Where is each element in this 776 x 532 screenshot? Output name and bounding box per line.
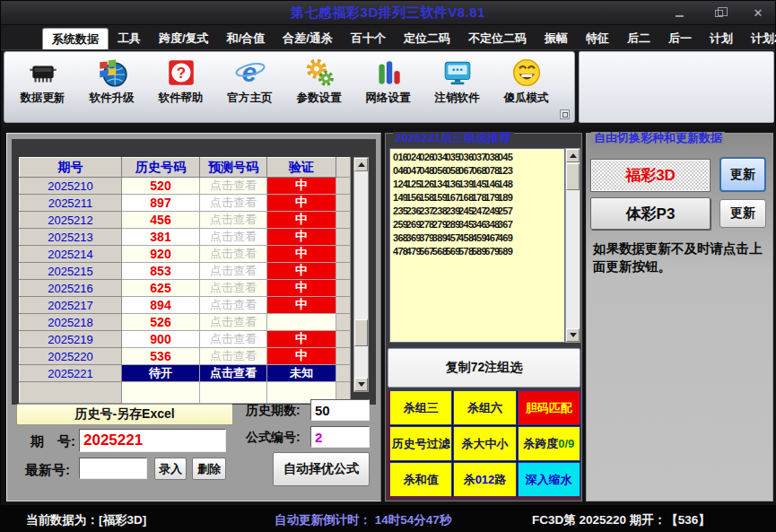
predict-link[interactable]: 点击查看 (200, 229, 267, 246)
minimize-icon (676, 15, 684, 17)
tab-7[interactable]: 不定位二码 (459, 28, 536, 49)
close-button[interactable]: ✕ (748, 5, 768, 22)
copy-72-button[interactable]: 复制72注组选 (388, 348, 580, 388)
tab-3[interactable]: 和/合值 (218, 28, 275, 49)
kill-group6-button[interactable]: 杀组六 (453, 390, 516, 425)
table-header-row: 期号历史号码预测号码验证 (20, 158, 351, 178)
scroll-up-icon[interactable] (354, 158, 368, 171)
recommend-panel: 2025221后三组选推荐 016 024 026 034 035 036 03… (385, 133, 582, 501)
close-icon: ✕ (754, 7, 763, 19)
table-row: 2025220536点击查看中 (20, 348, 351, 365)
period-input[interactable]: 2025221 (79, 429, 226, 452)
tab-10[interactable]: 后二 (618, 28, 659, 49)
kill-span-button[interactable]: 杀跨度0/9 (518, 426, 580, 461)
scroll-down-icon[interactable] (566, 328, 580, 342)
auto-formula-button[interactable]: 自动择优公式 (273, 452, 370, 486)
toolbar-filler (579, 51, 774, 123)
fc3d-button[interactable]: 福彩3D (590, 159, 711, 192)
predict-link[interactable]: 点击查看 (200, 348, 267, 365)
last-draw-status: FC3D第 2025220 期开：【536】 (532, 512, 711, 528)
toolbar-button-homepage-ie[interactable]: e官方主页 (215, 55, 284, 112)
table-row: 2025219900点击查看中 (20, 331, 351, 348)
predict-link[interactable]: 点击查看 (200, 195, 267, 212)
tab-1[interactable]: 工具 (109, 28, 150, 49)
tab-13[interactable]: 计划2 (742, 28, 776, 49)
window-controls: ✕ (669, 1, 768, 25)
update-note-text: 如果数据更新不及时请点击上面更新按钮。 (593, 240, 767, 276)
predict-link[interactable]: 点击查看 (200, 297, 267, 314)
tab-6[interactable]: 定位二码 (395, 28, 459, 49)
tab-12[interactable]: 计划 (701, 28, 742, 49)
toolbar-button-settings-gears[interactable]: 参数设置 (284, 55, 353, 112)
history-panel: 期号历史号码预测号码验证2025210520点击查看中2025211897点击查… (6, 133, 381, 501)
table-row: 2025215853点击查看中 (20, 263, 351, 280)
toolbar-row: 数据更新软件升级?软件帮助e官方主页参数设置网络设置注销软件傻瓜模式 (1, 50, 775, 127)
toolbar-button-help-question[interactable]: ?软件帮助 (146, 55, 215, 112)
deep-shrink-button[interactable]: 深入缩水 (518, 462, 580, 497)
toolbar-button-logout-monitor[interactable]: 注销软件 (423, 55, 492, 112)
update-tcp3-button[interactable]: 更新 (719, 199, 766, 228)
scrollbar-thumb[interactable] (354, 319, 368, 346)
scrollbar-thumb[interactable] (566, 163, 580, 190)
tab-2[interactable]: 跨度/复式 (150, 28, 218, 49)
predict-link[interactable]: 点击查看 (200, 280, 267, 297)
predict-link[interactable]: 点击查看 (200, 212, 267, 229)
settings-gears-icon (303, 57, 336, 89)
predict-link[interactable]: 点击查看 (200, 246, 267, 263)
tab-5[interactable]: 百十个 (342, 28, 395, 49)
tab-9[interactable]: 特征 (577, 28, 618, 49)
tcp3-button[interactable]: 体彩P3 (590, 197, 711, 230)
chip-icon (27, 57, 59, 89)
enter-button[interactable]: 录入 (154, 458, 187, 480)
kill-sum-button[interactable]: 杀和值 (389, 462, 452, 497)
table-row-empty (20, 382, 351, 404)
formula-no-input[interactable]: 2 (310, 426, 370, 448)
filter-button-grid: 杀组三杀组六胆码匹配历史号过滤杀大中小杀跨度0/9杀和值杀012路深入缩水 (388, 390, 580, 499)
tab-0[interactable]: 系统数据 (42, 28, 109, 49)
recommend-panel-title: 2025221后三组选推荐 (393, 132, 514, 144)
logout-monitor-icon (441, 57, 474, 89)
tab-4[interactable]: 合差/通杀 (274, 28, 342, 49)
predict-link[interactable]: 点击查看 (200, 365, 267, 382)
toolbar-band: 数据更新软件升级?软件帮助e官方主页参数设置网络设置注销软件傻瓜模式 (4, 51, 575, 123)
kill-group3-button[interactable]: 杀组三 (389, 390, 452, 425)
scroll-up-icon[interactable] (566, 149, 580, 162)
countdown-status: 自动更新倒计时： 14时54分47秒 (275, 512, 451, 528)
latest-number-input[interactable] (79, 458, 147, 479)
tab-8[interactable]: 振幅 (536, 28, 577, 49)
formula-no-label: 公式编号: (246, 430, 301, 446)
tab-11[interactable]: 后一 (659, 28, 701, 49)
predict-link[interactable]: 点击查看 (200, 314, 267, 331)
danma-match-button[interactable]: 胆码匹配 (518, 390, 580, 425)
kill-012-road-button[interactable]: 杀012路 (453, 462, 516, 497)
recommend-numbers-textarea[interactable]: 016 024 026 034 035 036 037 038 045 046 … (389, 148, 565, 343)
recommend-scrollbar[interactable] (565, 148, 580, 343)
title-bar: 第七感福彩3D排列三软件V8.81 ✕ (1, 1, 775, 25)
history-table-zone: 期号历史号码预测号码验证2025210520点击查看中2025211897点击查… (12, 139, 376, 405)
table-row-pending: 2025221待开点击查看未知 (20, 365, 351, 382)
latest-number-label: 最新号: (25, 462, 70, 479)
toolbar-button-network-bars[interactable]: 网络设置 (353, 55, 423, 112)
history-table: 期号历史号码预测号码验证2025210520点击查看中2025211897点击查… (19, 157, 351, 404)
export-excel-button[interactable]: 历史号-另存Excel (16, 404, 233, 425)
scroll-down-icon[interactable] (354, 378, 368, 391)
predict-link[interactable]: 点击查看 (200, 331, 267, 348)
kill-big-mid-small-button[interactable]: 杀大中小 (453, 426, 516, 461)
network-bars-icon (372, 57, 405, 89)
toolbar-overflow-grip-icon[interactable] (560, 109, 570, 119)
minimize-button[interactable] (669, 5, 689, 22)
toolbar-button-upgrade-globe[interactable]: 软件升级 (77, 55, 146, 112)
update-fc3d-button[interactable]: 更新 (719, 157, 766, 192)
restore-button[interactable] (709, 5, 728, 22)
history-table-scrollbar[interactable] (353, 157, 369, 392)
toolbar-button-chip[interactable]: 数据更新 (8, 55, 77, 112)
history-filter-button[interactable]: 历史号过滤 (389, 426, 452, 461)
status-bar: 当前数据为：[福彩3D] 自动更新倒计时： 14时54分47秒 FC3D第 20… (1, 505, 776, 532)
toolbar-button-easy-mode-smiley[interactable]: 傻瓜模式 (492, 55, 561, 112)
main-menu-tabbar: 系统数据工具跨度/复式和/合值合差/通杀百十个定位二码不定位二码振幅特征后二后一… (1, 25, 775, 50)
predict-link[interactable]: 点击查看 (200, 263, 267, 280)
upgrade-globe-icon (96, 57, 128, 89)
predict-link[interactable]: 点击查看 (200, 178, 267, 195)
history-count-input[interactable]: 50 (310, 399, 370, 421)
delete-button[interactable]: 删除 (192, 458, 226, 480)
